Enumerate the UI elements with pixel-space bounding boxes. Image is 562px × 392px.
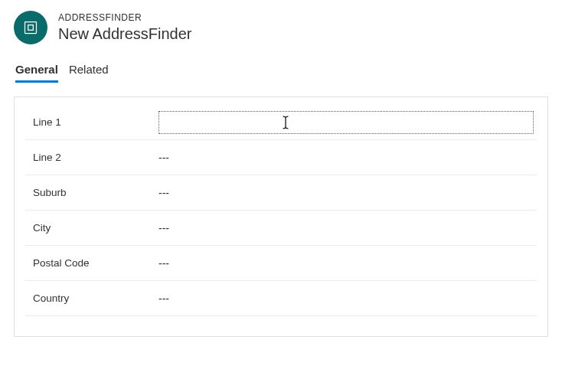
field-value: ---	[158, 222, 534, 234]
field-label: Postal Code	[28, 257, 158, 269]
field-label: Country	[28, 292, 158, 304]
field-value: ---	[158, 187, 534, 199]
field-label: Line 2	[28, 152, 158, 163]
field-value: ---	[158, 257, 534, 270]
field-row-line2[interactable]: Line 2 ---	[25, 140, 537, 175]
tab-related[interactable]: Related	[69, 61, 109, 83]
svg-rect-1	[28, 25, 34, 31]
field-label: Suburb	[28, 187, 158, 198]
line1-input[interactable]	[158, 111, 534, 134]
field-row-country[interactable]: Country ---	[25, 281, 537, 316]
page-title: New AddressFinder	[58, 24, 192, 43]
svg-rect-0	[25, 22, 37, 34]
page-header: ADDRESSFINDER New AddressFinder	[14, 11, 548, 44]
form-panel: Line 1 Line 2 --- Suburb --- City ---	[14, 96, 548, 337]
entity-icon	[14, 11, 47, 44]
field-label: City	[28, 222, 158, 234]
field-value: ---	[158, 152, 534, 164]
entity-type-label: ADDRESSFINDER	[58, 12, 192, 23]
field-row-city[interactable]: City ---	[25, 211, 537, 246]
field-row-line1: Line 1	[25, 105, 537, 140]
field-row-suburb[interactable]: Suburb ---	[25, 175, 537, 211]
field-value: ---	[158, 292, 534, 305]
field-row-postal-code[interactable]: Postal Code ---	[25, 246, 537, 281]
field-label: Line 1	[28, 116, 158, 128]
tab-bar: General Related	[14, 61, 548, 83]
tab-general[interactable]: General	[15, 61, 58, 83]
